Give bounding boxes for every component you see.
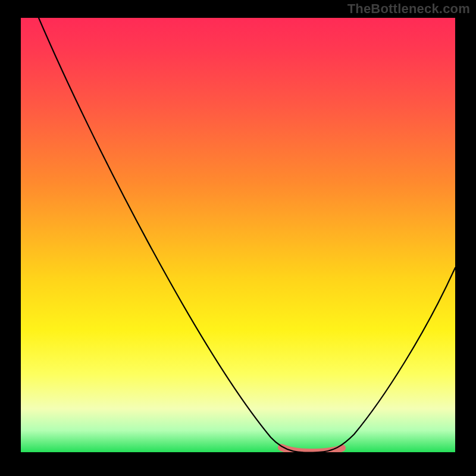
- curve-line: [39, 18, 455, 452]
- plot-area: [21, 18, 455, 452]
- watermark-text: TheBottleneck.com: [347, 1, 470, 17]
- bottleneck-curve: [21, 18, 455, 452]
- chart-frame: TheBottleneck.com: [0, 0, 476, 476]
